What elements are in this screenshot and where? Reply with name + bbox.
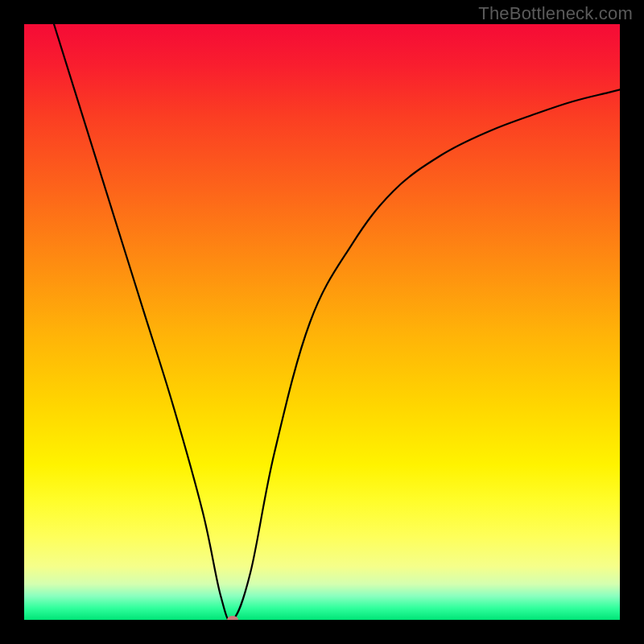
curve-svg [24,24,620,620]
minimum-marker [227,616,238,620]
bottleneck-curve [54,24,620,620]
watermark-text: TheBottleneck.com [478,3,633,24]
plot-area [24,24,620,620]
chart-frame: TheBottleneck.com [0,0,644,644]
